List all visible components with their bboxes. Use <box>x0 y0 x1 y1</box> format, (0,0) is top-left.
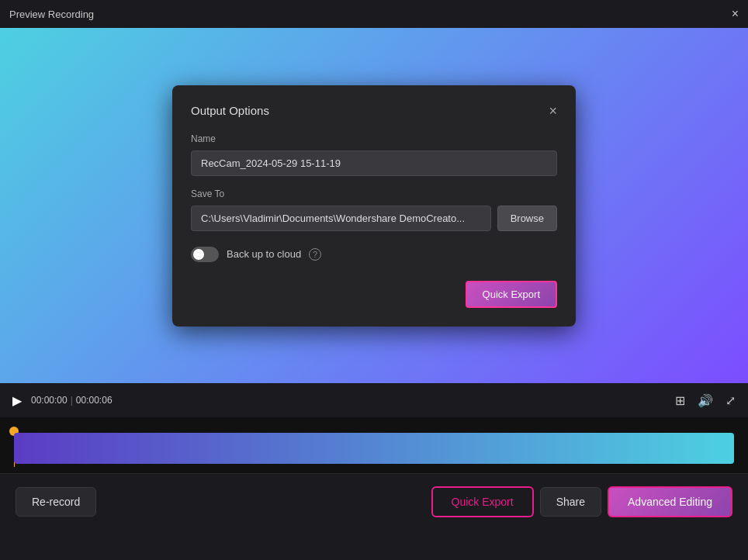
help-icon[interactable]: ? <box>309 248 321 261</box>
time-total: 00:00:06 <box>76 395 113 406</box>
browse-button[interactable]: Browse <box>497 206 557 231</box>
re-record-button[interactable]: Re-record <box>16 487 96 517</box>
cloud-label: Back up to cloud <box>227 248 301 260</box>
layout-icon[interactable]: ⊞ <box>675 393 685 408</box>
bottom-bar: Re-record Quick Export Share Advanced Ed… <box>0 473 748 529</box>
save-to-row: Browse <box>191 206 557 231</box>
timeline-area <box>0 417 748 473</box>
video-preview-area: Output Options × Name Save To Browse Bac… <box>0 28 748 383</box>
cloud-backup-row: Back up to cloud ? <box>191 247 557 262</box>
save-to-label: Save To <box>191 188 557 199</box>
timeline-track[interactable] <box>14 433 734 464</box>
quick-export-button[interactable]: Quick Export <box>431 486 534 517</box>
window-close-button[interactable]: × <box>732 7 739 21</box>
name-label: Name <box>191 133 557 144</box>
dialog-close-button[interactable]: × <box>549 104 557 118</box>
bottom-center-actions: Quick Export Share Advanced Editing <box>431 486 732 517</box>
dialog-actions: Quick Export <box>191 281 557 308</box>
name-input[interactable] <box>191 150 557 176</box>
fullscreen-icon[interactable]: ⤢ <box>725 393 736 408</box>
dialog-quick-export-button[interactable]: Quick Export <box>466 281 557 308</box>
time-display: 00:00:00 | 00:00:06 <box>31 395 113 406</box>
toggle-thumb <box>193 249 204 260</box>
dialog-overlay: Output Options × Name Save To Browse Bac… <box>0 28 748 383</box>
output-options-dialog: Output Options × Name Save To Browse Bac… <box>172 85 576 327</box>
time-current: 00:00:00 <box>31 395 68 406</box>
controls-right: ⊞ 🔊 ⤢ <box>675 393 736 408</box>
toggle-track <box>191 247 219 262</box>
controls-bar: ▶ 00:00:00 | 00:00:06 ⊞ 🔊 ⤢ <box>0 383 748 417</box>
window-title: Preview Recording <box>9 9 94 20</box>
dialog-title: Output Options <box>191 104 269 117</box>
title-bar: Preview Recording × <box>0 0 748 28</box>
dialog-header: Output Options × <box>191 104 557 118</box>
cloud-toggle[interactable] <box>191 247 219 262</box>
volume-icon[interactable]: 🔊 <box>698 393 713 408</box>
time-separator: | <box>71 395 73 406</box>
save-to-input[interactable] <box>191 206 491 231</box>
advanced-editing-button[interactable]: Advanced Editing <box>608 486 732 517</box>
play-button[interactable]: ▶ <box>12 393 22 408</box>
share-button[interactable]: Share <box>540 487 601 517</box>
